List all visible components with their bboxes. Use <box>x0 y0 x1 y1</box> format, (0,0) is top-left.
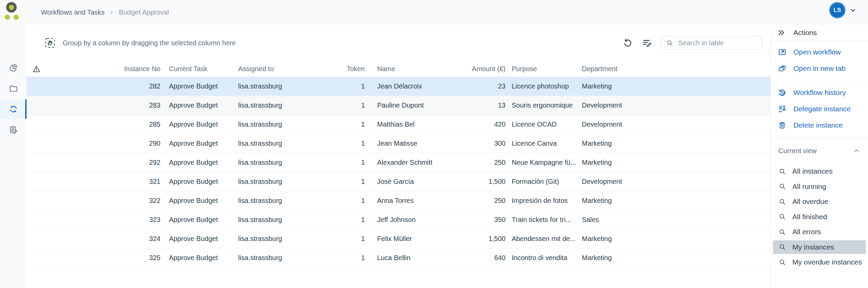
view-all-errors[interactable]: All errors <box>773 225 866 239</box>
edit-columns-button[interactable] <box>642 38 652 48</box>
table-row[interactable]: 282 Approve Budget lisa.strassburg 1 Jea… <box>27 77 771 96</box>
cell-purpose: Impresión de fotos <box>506 191 576 210</box>
cell-purpose: Incontro di vendita <box>506 249 576 268</box>
col-department[interactable]: Department <box>576 61 771 77</box>
view-all-overdue[interactable]: All overdue <box>773 195 866 208</box>
search-icon <box>666 39 673 47</box>
cell-current-task: Approve Budget <box>160 249 238 268</box>
cell-instance-no: 325 <box>47 249 160 268</box>
search-icon <box>778 228 786 236</box>
cell-amount: 250 <box>467 191 506 210</box>
chevron-up-icon[interactable] <box>853 147 860 154</box>
reset-table-button[interactable] <box>623 38 633 48</box>
cell-token: 1 <box>330 249 365 268</box>
delete-instance-action[interactable]: Delete instance <box>771 117 868 133</box>
cell-current-task: Approve Budget <box>160 172 238 191</box>
col-purpose[interactable]: Purpose <box>506 61 576 77</box>
actions-panel: Actions Open workflow Open in new tab Wo… <box>771 25 868 288</box>
cell-instance-no: 322 <box>47 191 160 210</box>
cell-amount: 250 <box>467 153 506 172</box>
user-menu[interactable]: LS <box>829 1 856 19</box>
table-row[interactable]: 322 Approve Budget lisa.strassburg 1 Ann… <box>27 191 771 210</box>
collapse-panel-button[interactable] <box>777 29 785 37</box>
cell-amount: 13 <box>467 96 506 115</box>
view-label: All errors <box>792 228 821 236</box>
view-my-overdue-instances[interactable]: My overdue instances <box>773 255 866 269</box>
search-input[interactable] <box>678 39 757 47</box>
cell-purpose: Licence OCAD <box>506 115 576 134</box>
view-label: All overdue <box>792 197 828 206</box>
cell-name: Jean Délacroix <box>365 77 467 96</box>
cell-assigned-to: lisa.strassburg <box>238 172 330 191</box>
cell-assigned-to: lisa.strassburg <box>238 191 330 210</box>
view-all-instances[interactable]: All instances <box>773 164 866 178</box>
workflow-history-action[interactable]: Workflow history <box>771 84 868 101</box>
drag-hand-icon <box>44 37 56 49</box>
view-my-instances[interactable]: My instances <box>773 240 866 254</box>
table-row[interactable]: 290 Approve Budget lisa.strassburg 1 Jea… <box>27 134 771 153</box>
sidebar-item-workflows[interactable] <box>0 99 27 119</box>
table-row[interactable]: 325 Approve Budget lisa.strassburg 1 Luc… <box>27 249 771 268</box>
sidebar-item-documents[interactable] <box>0 79 27 98</box>
col-current-task[interactable]: Current Task <box>160 61 238 77</box>
warning-column-header[interactable] <box>27 61 47 77</box>
cell-assigned-to: lisa.strassburg <box>238 134 330 153</box>
history-icon <box>778 88 787 97</box>
cell-purpose: Neue Kampagne fü... <box>506 153 576 172</box>
table-row[interactable]: 283 Approve Budget lisa.strassburg 1 Pau… <box>27 96 771 115</box>
cell-current-task: Approve Budget <box>160 115 238 134</box>
col-instance-no[interactable]: Instance No <box>47 61 160 77</box>
cell-department: Marketing <box>576 134 771 153</box>
table-row[interactable]: 285 Approve Budget lisa.strassburg 1 Mat… <box>27 115 771 134</box>
col-token[interactable]: Token <box>330 61 365 77</box>
open-workflow-action[interactable]: Open workflow <box>771 44 868 60</box>
cell-name: Matthias Bel <box>365 115 467 134</box>
col-name[interactable]: Name <box>365 61 467 77</box>
cell-token: 1 <box>330 210 365 229</box>
divider <box>771 138 868 139</box>
view-label: My overdue instances <box>792 258 862 266</box>
breadcrumb-workflows-and-tasks[interactable]: Workflows and Tasks <box>41 9 105 16</box>
cell-name: Anna Torres <box>365 191 467 210</box>
cell-assigned-to: lisa.strassburg <box>238 115 330 134</box>
cell-token: 1 <box>330 153 365 172</box>
cell-assigned-to: lisa.strassburg <box>238 96 330 115</box>
group-by-dropzone[interactable]: Group by a column by dragging the select… <box>44 36 236 50</box>
logo-dot <box>14 15 19 20</box>
cell-purpose: Train tickets for tri... <box>506 210 576 229</box>
cell-warning <box>27 115 47 134</box>
folder-icon <box>9 84 18 93</box>
table-row[interactable]: 323 Approve Budget lisa.strassburg 1 Jef… <box>27 210 771 229</box>
cell-warning <box>27 134 47 153</box>
table-row[interactable]: 321 Approve Budget lisa.strassburg 1 Jos… <box>27 172 771 191</box>
current-view-title: Current view <box>778 147 817 155</box>
cell-name: Felix Müller <box>365 229 467 249</box>
cell-warning <box>27 191 47 210</box>
view-all-running[interactable]: All running <box>773 180 866 193</box>
cell-warning <box>27 229 47 249</box>
col-amount[interactable]: Amount (€) <box>467 61 506 77</box>
table-header-row: Instance No Current Task Assigned to Tok… <box>27 61 771 77</box>
cell-amount: 23 <box>467 77 506 96</box>
instances-table: Instance No Current Task Assigned to Tok… <box>27 61 771 268</box>
cell-amount: 420 <box>467 115 506 134</box>
table-search <box>661 36 762 50</box>
table-row[interactable]: 324 Approve Budget lisa.strassburg 1 Fel… <box>27 229 771 249</box>
open-in-new-tab-action[interactable]: Open in new tab <box>771 60 868 77</box>
sidebar-item-dashboard[interactable] <box>0 58 27 77</box>
delegate-instance-action[interactable]: Delegate instance <box>771 101 868 117</box>
sidebar-item-tasks[interactable] <box>0 120 27 140</box>
app-sidebar <box>0 25 27 288</box>
view-all-finished[interactable]: All finished <box>773 210 866 224</box>
view-label: All instances <box>792 167 833 175</box>
cell-warning <box>27 172 47 191</box>
action-label: Open workflow <box>793 48 841 56</box>
cell-amount: 640 <box>467 249 506 268</box>
search-icon <box>778 213 786 221</box>
cell-instance-no: 323 <box>47 210 160 229</box>
cell-assigned-to: lisa.strassburg <box>238 249 330 268</box>
actions-panel-title: Actions <box>793 29 817 37</box>
table-row[interactable]: 292 Approve Budget lisa.strassburg 1 Ale… <box>27 153 771 172</box>
col-assigned-to[interactable]: Assigned to <box>238 61 330 77</box>
cell-amount: 300 <box>467 134 506 153</box>
